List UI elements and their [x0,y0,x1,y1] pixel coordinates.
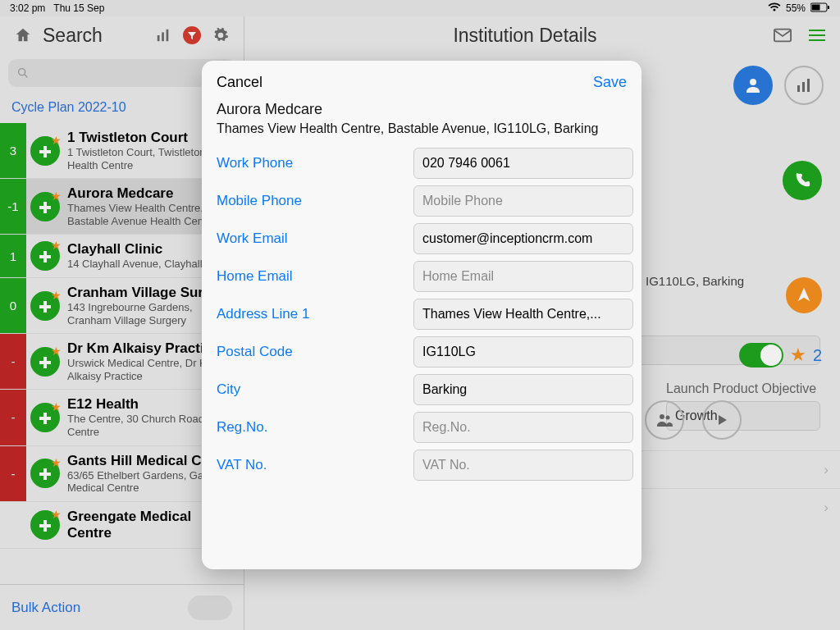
field-label: Address Line 1 [217,306,413,322]
svg-rect-15 [807,79,810,92]
text-field[interactable]: Home Email [413,261,633,292]
bars-icon[interactable] [152,24,175,47]
battery-icon [810,2,830,15]
favorite-toggle[interactable] [739,343,783,368]
field-value: Thames View Health Centre,... [422,307,601,322]
navigate-button[interactable] [786,277,822,313]
svg-rect-4 [162,32,164,41]
field-value: 020 7946 0061 [422,156,510,171]
field-placeholder: VAT No. [422,458,470,472]
text-field[interactable]: IG110LG [413,336,633,368]
filter-icon[interactable] [183,26,201,44]
edit-institution-modal: Cancel Save Aurora Medcare Thames View H… [202,61,641,569]
institution-icon: ★ [26,502,64,548]
gear-icon[interactable] [209,24,232,47]
wifi-icon [768,2,781,15]
institution-icon: ★ [26,446,64,501]
text-field[interactable]: VAT No. [413,450,633,481]
chevron-right-icon: › [824,462,829,478]
text-field[interactable]: 020 7946 0061 [413,148,633,179]
status-time: 3:02 pm [10,2,45,14]
hamburger-icon[interactable] [806,24,829,47]
call-button[interactable] [783,161,822,200]
institution-icon: ★ [26,123,64,178]
objective-label: Launch Product Objective [666,381,820,396]
cancel-button[interactable]: Cancel [217,74,262,91]
field-label: Reg.No. [217,419,413,436]
person-button[interactable] [733,66,773,105]
svg-rect-14 [802,82,805,92]
rating-count: 2 [813,346,822,365]
institution-icon: ★ [26,278,64,333]
field-value: customer@inceptioncrm.com [422,231,592,246]
modal-institution-address: Thames View Health Centre, Bastable Aven… [217,121,627,136]
svg-rect-1 [812,4,820,10]
text-field[interactable]: Mobile Phone [413,185,633,217]
mail-icon[interactable] [771,24,794,47]
field-label: Home Email [217,268,413,285]
star-icon: ★ [790,345,806,366]
svg-point-12 [750,79,756,85]
field-value: IG110LG [422,345,476,359]
modal-institution-name: Aurora Medcare [217,101,627,118]
page-title: Institution Details [290,25,760,47]
institution-icon: ★ [26,179,64,234]
bulk-action-toggle[interactable] [188,596,232,620]
ipad-status-bar: 3:02 pm Thu 15 Sep 55% [0,0,840,16]
field-label: City [217,381,413,398]
visit-count-badge [0,502,26,548]
svg-line-7 [25,75,27,77]
svg-rect-13 [797,85,800,92]
visit-count-badge: -1 [0,179,26,234]
stats-button[interactable] [784,66,824,105]
text-field[interactable]: Thames View Health Centre,... [413,299,633,330]
svg-point-17 [666,416,670,420]
field-label: Mobile Phone [217,193,413,209]
svg-point-6 [19,69,25,75]
home-icon[interactable] [11,24,34,47]
text-field[interactable]: Reg.No. [413,412,633,443]
people-button[interactable] [645,400,684,440]
text-field[interactable]: Barking [413,374,633,405]
field-placeholder: Mobile Phone [422,194,503,208]
field-label: Work Phone [217,155,413,171]
institution-icon: ★ [26,334,64,389]
institution-icon: ★ [26,235,64,277]
visit-count-badge: - [0,334,26,389]
visit-count-badge: - [0,446,26,501]
status-date: Thu 15 Sep [53,2,104,14]
text-field[interactable]: customer@inceptioncrm.com [413,223,633,254]
visit-count-badge: 0 [0,278,26,333]
bulk-action-link[interactable]: Bulk Action [11,600,80,616]
visit-count-badge: 3 [0,123,26,178]
institution-icon: ★ [26,390,64,445]
left-pane-title: Search [43,25,103,47]
field-label: Work Email [217,231,413,247]
svg-rect-2 [828,6,829,9]
save-button[interactable]: Save [593,74,627,91]
field-label: Postal Code [217,344,413,360]
svg-rect-5 [167,30,169,41]
svg-rect-3 [158,35,160,41]
play-button[interactable] [702,400,742,440]
svg-point-16 [660,414,664,419]
address-fragment: ue, IG110LG, Barking [625,274,744,288]
visit-count-badge: - [0,390,26,445]
field-label: VAT No. [217,457,413,473]
field-value: Barking [422,382,467,397]
field-placeholder: Home Email [422,269,494,284]
field-placeholder: Reg.No. [422,420,471,435]
visit-count-badge: 1 [0,235,26,277]
battery-percent: 55% [786,2,806,14]
chevron-right-icon: › [824,500,829,516]
